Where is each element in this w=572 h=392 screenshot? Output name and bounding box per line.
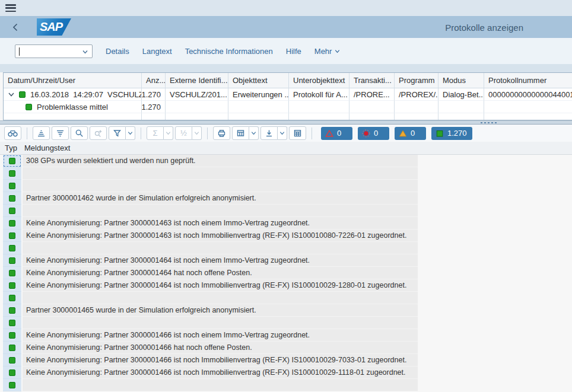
print-button[interactable] (213, 126, 230, 140)
message-text[interactable]: 308 GPs wurden selektiert und werden nun… (23, 155, 418, 167)
views-menu-button[interactable] (249, 126, 259, 140)
expand-chevron-icon[interactable] (8, 91, 15, 98)
message-type-cell[interactable] (3, 354, 21, 366)
layout-button[interactable] (289, 126, 306, 140)
message-text[interactable] (23, 379, 418, 391)
menu-item-hilfe[interactable]: Hilfe (286, 47, 301, 56)
command-combobox[interactable] (15, 44, 93, 58)
message-row[interactable]: Keine Anonymisierung: Partner 3000001464… (0, 254, 572, 267)
message-text[interactable]: Partner 3000001462 wurde in der Simulati… (23, 192, 418, 205)
message-text[interactable] (23, 292, 418, 304)
column-header-meldungstext[interactable]: Meldungstext (22, 144, 70, 152)
menu-item-technische-informationen[interactable]: Technische Informationen (185, 47, 273, 56)
message-type-cell[interactable] (3, 366, 21, 379)
total-button[interactable]: Σ (147, 126, 164, 140)
message-text[interactable]: Keine Anonymisierung: Partner 3000001464… (23, 267, 418, 279)
column-header-modus[interactable]: Modus (438, 73, 484, 88)
message-row[interactable]: Keine Anonymisierung: Partner 3000001463… (0, 230, 572, 242)
message-row[interactable] (0, 242, 572, 254)
success-count-button[interactable]: 1.270 (431, 127, 472, 140)
menu-item-details[interactable]: Details (106, 47, 129, 56)
message-type-cell[interactable] (3, 180, 21, 192)
message-text[interactable]: Keine Anonymisierung: Partner 3000001466… (23, 329, 418, 342)
error-count-button[interactable]: 0 (321, 127, 352, 140)
message-type-cell[interactable] (3, 267, 21, 279)
message-text[interactable]: Keine Anonymisierung: Partner 3000001463… (23, 230, 418, 242)
message-row[interactable] (0, 379, 572, 391)
message-text[interactable]: Keine Anonymisierung: Partner 3000001466… (23, 342, 418, 354)
message-type-cell[interactable] (3, 254, 21, 267)
column-header-transaktion[interactable]: Transakti... (349, 73, 395, 88)
message-type-cell[interactable] (3, 342, 21, 354)
filter-button[interactable] (109, 126, 126, 140)
message-type-cell[interactable] (3, 155, 21, 167)
message-type-cell[interactable] (3, 167, 21, 180)
find-button[interactable] (71, 126, 88, 140)
message-type-cell[interactable] (3, 230, 21, 242)
message-row[interactable]: Keine Anonymisierung: Partner 3000001466… (0, 354, 572, 366)
message-row[interactable] (0, 292, 572, 304)
column-header-objekttext[interactable]: Objekttext (228, 73, 289, 88)
message-row[interactable]: Keine Anonymisierung: Partner 3000001466… (0, 329, 572, 342)
message-row[interactable]: Keine Anonymisierung: Partner 3000001463… (0, 217, 572, 230)
message-row[interactable]: Keine Anonymisierung: Partner 3000001466… (0, 366, 572, 379)
message-row[interactable]: 308 GPs wurden selektiert und werden nun… (0, 155, 572, 167)
message-type-cell[interactable] (3, 292, 21, 304)
column-header-datum[interactable]: Datum/Uhrzeit/User (4, 73, 142, 88)
message-text[interactable]: Keine Anonymisierung: Partner 3000001463… (23, 217, 418, 230)
message-text[interactable]: Keine Anonymisierung: Partner 3000001464… (23, 254, 418, 267)
sort-ascending-button[interactable] (33, 126, 50, 140)
message-row[interactable] (0, 180, 572, 192)
message-row[interactable] (0, 205, 572, 217)
menu-item-langtext[interactable]: Langtext (142, 47, 172, 56)
message-type-cell[interactable] (3, 304, 21, 317)
message-row[interactable]: Keine Anonymisierung: Partner 3000001464… (0, 279, 572, 292)
message-row[interactable]: Partner 3000001462 wurde in der Simulati… (0, 192, 572, 205)
message-text[interactable] (23, 242, 418, 254)
column-header-externe-id[interactable]: Externe Identifi... (166, 73, 228, 88)
sort-descending-button[interactable] (52, 126, 69, 140)
message-row[interactable] (0, 317, 572, 329)
message-text[interactable]: Keine Anonymisierung: Partner 3000001464… (23, 279, 418, 292)
message-type-cell[interactable] (3, 217, 21, 230)
log-table-row[interactable]: 16.03.2018 14:29:07 VSCHULZ 1.270 VSCHUL… (4, 88, 572, 101)
message-text[interactable] (23, 317, 418, 329)
total-menu-button[interactable] (164, 126, 173, 140)
column-header-protokollnummer[interactable]: Protokollnummer (484, 73, 572, 88)
message-text[interactable]: Keine Anonymisierung: Partner 3000001466… (23, 354, 418, 366)
back-button[interactable] (9, 21, 21, 33)
abort-count-button[interactable]: 0 (358, 127, 389, 140)
subtotal-menu-button[interactable] (192, 126, 202, 140)
message-text[interactable] (23, 205, 418, 217)
combobox-chevron-down-icon[interactable] (81, 48, 89, 56)
subtotal-button[interactable]: ½ (175, 126, 192, 140)
message-type-cell[interactable] (3, 192, 21, 205)
export-menu-button[interactable] (278, 126, 287, 140)
column-header-anzahl[interactable]: Anz... (142, 73, 166, 88)
column-header-unterobjekttext[interactable]: Unterobjekttext (289, 73, 349, 88)
column-header-programm[interactable]: Programm (395, 73, 438, 88)
message-row[interactable] (0, 167, 572, 180)
message-type-cell[interactable] (3, 317, 21, 329)
message-type-cell[interactable] (3, 329, 21, 342)
filter-menu-button[interactable] (126, 126, 135, 140)
message-row[interactable]: Partner 3000001465 wurde in der Simulati… (0, 304, 572, 317)
message-text[interactable]: Keine Anonymisierung: Partner 3000001466… (23, 366, 418, 379)
message-text[interactable] (23, 180, 418, 192)
log-table-row[interactable]: Problemklasse mittel 1.270 (4, 101, 572, 113)
column-header-typ[interactable]: Typ (0, 144, 22, 152)
export-button[interactable] (260, 126, 278, 140)
message-text[interactable] (23, 167, 418, 180)
message-type-cell[interactable] (3, 242, 21, 254)
message-type-cell[interactable] (3, 205, 21, 217)
views-button[interactable] (232, 126, 249, 140)
message-row[interactable]: Keine Anonymisierung: Partner 3000001466… (0, 342, 572, 354)
find-next-button[interactable] (90, 126, 107, 140)
warning-count-button[interactable]: 0 (395, 127, 426, 140)
command-input[interactable] (15, 45, 78, 58)
message-type-cell[interactable] (3, 379, 21, 391)
hamburger-menu-icon[interactable] (5, 4, 16, 12)
message-row[interactable]: Keine Anonymisierung: Partner 3000001464… (0, 267, 572, 279)
details-button[interactable] (4, 126, 21, 140)
menu-item-mehr[interactable]: Mehr (314, 47, 341, 56)
